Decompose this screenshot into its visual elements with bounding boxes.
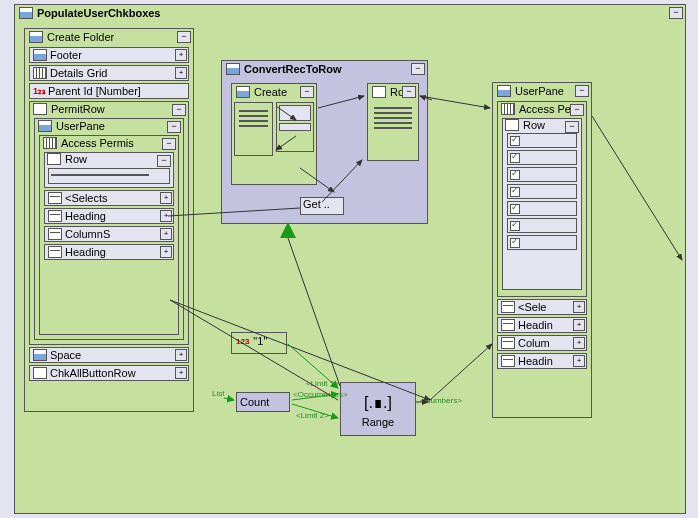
minimize-button[interactable]: − xyxy=(402,86,416,98)
form-icon xyxy=(33,49,47,61)
label: Space xyxy=(50,349,81,361)
checkbox-row[interactable] xyxy=(507,184,577,199)
row-icon xyxy=(33,103,47,115)
minimize-button[interactable]: − xyxy=(565,121,579,133)
minimize-button[interactable]: − xyxy=(570,104,584,116)
root-title: PopulateUserChkboxes xyxy=(37,7,681,19)
checkbox-row[interactable] xyxy=(507,201,577,216)
form-icon xyxy=(226,63,240,75)
expand-button[interactable]: + xyxy=(573,301,585,313)
create-folder-title-bar: Create Folder − xyxy=(25,29,193,45)
minimize-button[interactable]: − xyxy=(411,63,425,75)
item-columns2[interactable]: Colum + xyxy=(497,335,587,351)
minimize-button[interactable]: − xyxy=(172,104,186,116)
minimize-button[interactable]: − xyxy=(157,155,171,167)
label: Footer xyxy=(50,49,82,61)
form-icon xyxy=(38,120,52,132)
create-sub-panel[interactable]: Create − xyxy=(231,83,317,185)
row-detail-stub xyxy=(48,168,170,184)
checkbox-row[interactable] xyxy=(507,167,577,182)
expand-button[interactable]: + xyxy=(573,337,585,349)
label: Heading xyxy=(65,210,106,222)
label: Parent Id [Number] xyxy=(48,85,141,97)
range-label: Range xyxy=(341,416,415,428)
accessperm-panel[interactable]: Access Permis − Row − <Selec xyxy=(39,135,179,335)
item-columns[interactable]: ColumnS + xyxy=(44,226,174,242)
label: ChkAllButtonRow xyxy=(50,367,136,379)
accessperm2-panel[interactable]: Access Perm − Row − xyxy=(497,101,587,297)
row-panel[interactable]: Row − xyxy=(44,152,174,188)
minimize-button[interactable]: − xyxy=(669,7,683,19)
range-node[interactable]: [.∎.] Range xyxy=(340,382,416,436)
userpane-title: UserPane xyxy=(56,120,180,132)
get-node[interactable]: Get .. xyxy=(300,197,344,215)
port-occurrences-label: <Occurrences> xyxy=(293,390,348,399)
expand-button[interactable]: + xyxy=(160,246,172,258)
form-icon xyxy=(29,31,43,43)
item-heading1[interactable]: Heading + xyxy=(44,208,174,224)
expand-button[interactable]: + xyxy=(175,67,187,79)
field-icon xyxy=(501,319,515,331)
row-title-bar: Row − xyxy=(45,153,173,165)
checkbox-row[interactable] xyxy=(507,133,577,148)
count-node[interactable]: Count xyxy=(236,392,290,412)
expand-button[interactable]: + xyxy=(160,192,172,204)
number-icon: 1₂₃ xyxy=(33,86,45,96)
item-selects[interactable]: <Selects + xyxy=(44,190,174,206)
item-chkall[interactable]: ChkAllButtonRow + xyxy=(29,365,189,381)
form-icon xyxy=(33,349,47,361)
accessperm-title: Access Permis xyxy=(61,137,175,149)
checkbox-row[interactable] xyxy=(507,235,577,250)
accessperm2-title-bar: Access Perm − xyxy=(498,102,586,116)
create-sub-title-bar: Create − xyxy=(232,84,316,100)
item-parent-id[interactable]: 1₂₃ Parent Id [Number] xyxy=(29,83,189,99)
expand-button[interactable]: + xyxy=(573,319,585,331)
label: Headin xyxy=(518,319,553,331)
item-selects2[interactable]: <Sele + xyxy=(497,299,587,315)
userpane-panel[interactable]: UserPane − Access Permis − Row − xyxy=(34,118,184,340)
port-numbers-label: <Numbers> xyxy=(420,396,462,405)
item-space[interactable]: Space + xyxy=(29,347,189,363)
item-heading22[interactable]: Headin + xyxy=(497,353,587,369)
count-label: Count xyxy=(237,393,272,411)
literal-1-node[interactable]: 123 "1" xyxy=(231,332,287,354)
range-icon: [.∎.] xyxy=(341,393,415,412)
form-icon xyxy=(19,7,33,19)
number-icon: 123 xyxy=(236,337,249,346)
row-title: Row xyxy=(65,153,171,165)
item-footer[interactable]: Footer + xyxy=(29,47,189,63)
minimize-button[interactable]: − xyxy=(575,85,589,97)
label: Headin xyxy=(518,355,553,367)
expand-button[interactable]: + xyxy=(573,355,585,367)
userpane2-title-bar: UserPane − xyxy=(493,83,591,99)
minimize-button[interactable]: − xyxy=(300,86,314,98)
label: Colum xyxy=(518,337,550,349)
expand-button[interactable]: + xyxy=(160,228,172,240)
item-heading21[interactable]: Headin + xyxy=(497,317,587,333)
create-folder-panel[interactable]: Create Folder − Footer + Details Grid + … xyxy=(24,28,194,412)
label: Heading xyxy=(65,246,106,258)
convert-panel[interactable]: ConvertRecToRow − Create − Row − xyxy=(221,60,428,224)
expand-button[interactable]: + xyxy=(175,367,187,379)
grid-icon xyxy=(33,67,47,79)
minimize-button[interactable]: − xyxy=(177,31,191,43)
row2-panel[interactable]: Row − xyxy=(502,118,582,290)
checkbox-row[interactable] xyxy=(507,150,577,165)
create-folder-title: Create Folder xyxy=(47,31,189,43)
userpane2-panel[interactable]: UserPane − Access Perm − Row − <Sele + xyxy=(492,82,592,418)
item-details-grid[interactable]: Details Grid + xyxy=(29,65,189,81)
row-icon xyxy=(33,367,47,379)
item-heading2[interactable]: Heading + xyxy=(44,244,174,260)
root-title-bar: PopulateUserChkboxes − xyxy=(15,5,685,21)
convert-title-bar: ConvertRecToRow − xyxy=(222,61,427,77)
minimize-button[interactable]: − xyxy=(162,138,176,150)
permitrow-panel[interactable]: PermitRow − UserPane − Access Permis − xyxy=(29,101,189,345)
expand-button[interactable]: + xyxy=(175,349,187,361)
expand-button[interactable]: + xyxy=(175,49,187,61)
row-sub-panel[interactable]: Row − xyxy=(367,83,419,161)
field-icon xyxy=(501,355,515,367)
minimize-button[interactable]: − xyxy=(167,121,181,133)
expand-button[interactable]: + xyxy=(160,210,172,222)
checkbox-row[interactable] xyxy=(507,218,577,233)
accessperm-title-bar: Access Permis − xyxy=(40,136,178,150)
